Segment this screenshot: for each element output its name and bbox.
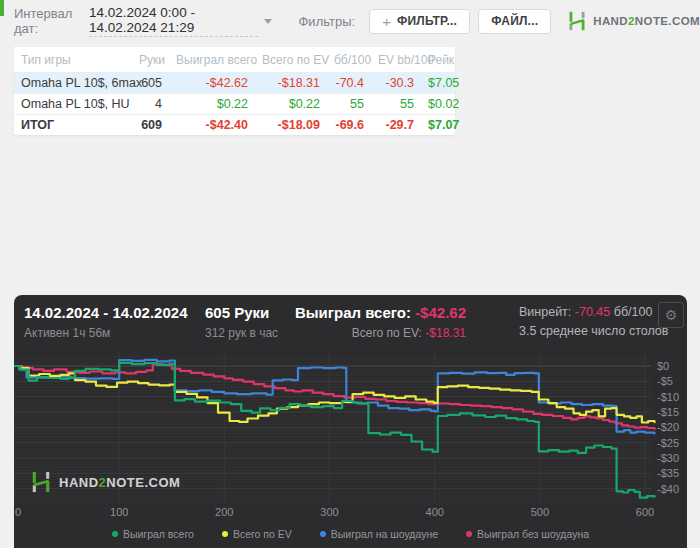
file-button[interactable]: ФАЙЛ...: [478, 9, 551, 34]
chart-watermark: HAND2NOTE.COM: [30, 471, 180, 493]
svg-text:100: 100: [110, 506, 128, 518]
table-cell: 4: [132, 94, 169, 115]
results-table-header-row: Тип игрыРукиВыиграл всегоВсего по EVбб/1…: [14, 47, 455, 73]
svg-text:-$5: -$5: [657, 375, 673, 387]
date-range-value[interactable]: 14.02.2024 0:00 - 14.02.2024 21:29: [89, 5, 258, 37]
active-time: Активен 1ч 56м: [24, 326, 110, 340]
table-cell: -30.3: [371, 73, 421, 94]
svg-text:400: 400: [426, 506, 444, 518]
date-range-selector[interactable]: 14.02.2024 0:00 - 14.02.2024 21:29: [89, 5, 272, 37]
winrate: Винрейт: -70.45 бб/100: [519, 305, 652, 319]
svg-text:-$25: -$25: [657, 437, 679, 449]
table-cell: -$18.31: [255, 73, 327, 94]
plus-icon: +: [382, 13, 391, 30]
won-total-label: Выиграл всего:: [295, 304, 411, 321]
table-cell: -29.7: [371, 115, 421, 136]
table-cell: $0.02: [421, 94, 455, 115]
legend-marker-icon: [222, 531, 228, 537]
hand2note-brand-link[interactable]: HAND2NOTE.COM: [567, 11, 700, 31]
filter-button[interactable]: + ФИЛЬТР...: [369, 9, 470, 34]
legend-marker-icon: [320, 531, 326, 537]
table-cell: 55: [327, 94, 371, 115]
window-edge-accent: [0, 0, 4, 16]
legend-item[interactable]: Всего по EV: [222, 528, 292, 540]
table-cell: 55: [371, 94, 421, 115]
svg-text:-$35: -$35: [657, 467, 679, 479]
table-cell: Omaha PL 10$, HU: [14, 94, 132, 115]
column-header[interactable]: бб/100: [327, 47, 371, 73]
watermark-text: HAND2NOTE.COM: [59, 475, 180, 490]
won-total-value: -$42.62: [415, 304, 466, 321]
table-cell: -69.6: [327, 115, 371, 136]
column-header[interactable]: Тип игры: [14, 47, 132, 73]
ev-total-value: -$18.31: [425, 326, 466, 340]
ev-total-label: Всего по EV:: [352, 326, 422, 340]
top-toolbar: Интервал дат: 14.02.2024 0:00 - 14.02.20…: [14, 0, 700, 42]
column-header[interactable]: Всего по EV: [255, 47, 327, 73]
legend-label: Выиграл без шоудауна: [477, 528, 589, 540]
winrate-label: Винрейт:: [519, 305, 571, 319]
svg-text:-$40: -$40: [657, 483, 679, 495]
winrate-value: -70.45: [575, 305, 610, 319]
svg-text:-$15: -$15: [657, 406, 679, 418]
chart-settings-button[interactable]: ⚙: [658, 302, 684, 328]
svg-text:$0: $0: [657, 360, 669, 372]
table-cell: $7.05: [421, 73, 455, 94]
svg-text:-$20: -$20: [657, 421, 679, 433]
won-total: Выиграл всего: -$42.62: [254, 304, 466, 321]
legend-label: Выиграл на шоудауне: [331, 528, 438, 540]
table-row[interactable]: ИТОГ609-$42.40-$18.09-69.6-29.7$7.07: [14, 115, 455, 136]
results-table: Тип игрыРукиВыиграл всегоВсего по EVбб/1…: [14, 47, 455, 135]
legend-item[interactable]: Выиграл без шоудауна: [466, 528, 589, 540]
svg-text:0: 0: [15, 506, 21, 518]
table-row[interactable]: Omaha PL 10$, 6max605-$42.62-$18.31-70.4…: [14, 73, 455, 94]
filter-button-label: ФИЛЬТР...: [397, 14, 457, 28]
table-cell: $0.22: [255, 94, 327, 115]
hand2note-logo-icon: [567, 11, 587, 31]
filters-label: Фильтры:: [298, 14, 355, 29]
report-date-range: 14.02.2024 - 14.02.2024: [24, 304, 187, 321]
table-cell: $7.07: [421, 115, 455, 136]
svg-text:-$10: -$10: [657, 391, 679, 403]
session-report-panel: 14.02.2024 - 14.02.2024 Активен 1ч 56м 6…: [14, 295, 687, 548]
date-interval-label: Интервал дат:: [14, 6, 83, 36]
table-cell: -$42.62: [169, 73, 255, 94]
column-header[interactable]: Руки: [132, 47, 169, 73]
legend-item[interactable]: Выиграл на шоудауне: [320, 528, 438, 540]
column-header[interactable]: Выиграл всего: [169, 47, 255, 73]
svg-text:200: 200: [215, 506, 233, 518]
hand2note-logo-icon: [30, 471, 52, 493]
svg-text:500: 500: [531, 506, 549, 518]
legend-marker-icon: [466, 531, 472, 537]
winnings-chart: $0-$5-$10-$15-$20-$25-$30-$35-$400100200…: [14, 353, 687, 523]
table-cell: ИТОГ: [14, 115, 132, 136]
brand-text: HAND2NOTE.COM: [593, 15, 700, 27]
table-cell: -70.4: [327, 73, 371, 94]
chart-legend: Выиграл всегоВсего по EVВыиграл на шоуда…: [14, 528, 687, 540]
table-row[interactable]: Omaha PL 10$, HU4$0.22$0.225555$0.02: [14, 94, 455, 115]
winrate-units: бб/100: [614, 305, 653, 319]
avg-tables: 3.5 среднее число столов: [519, 324, 668, 338]
winnings-chart-svg: $0-$5-$10-$15-$20-$25-$30-$35-$400100200…: [14, 353, 687, 523]
table-cell: -$18.09: [255, 115, 327, 136]
gear-icon: ⚙: [665, 307, 678, 323]
column-header[interactable]: EV bb/100: [371, 47, 421, 73]
legend-label: Всего по EV: [233, 528, 292, 540]
table-cell: 609: [132, 115, 169, 136]
svg-text:600: 600: [636, 506, 654, 518]
table-cell: $0.22: [169, 94, 255, 115]
legend-marker-icon: [112, 531, 118, 537]
ev-total: Всего по EV: -$18.31: [254, 326, 466, 340]
chevron-down-icon: [264, 19, 272, 24]
legend-item[interactable]: Выиграл всего: [112, 528, 194, 540]
svg-text:-$30: -$30: [657, 452, 679, 464]
table-cell: Omaha PL 10$, 6max: [14, 73, 132, 94]
file-button-label: ФАЙЛ...: [491, 14, 538, 28]
table-cell: -$42.40: [169, 115, 255, 136]
svg-text:300: 300: [320, 506, 338, 518]
legend-label: Выиграл всего: [123, 528, 194, 540]
